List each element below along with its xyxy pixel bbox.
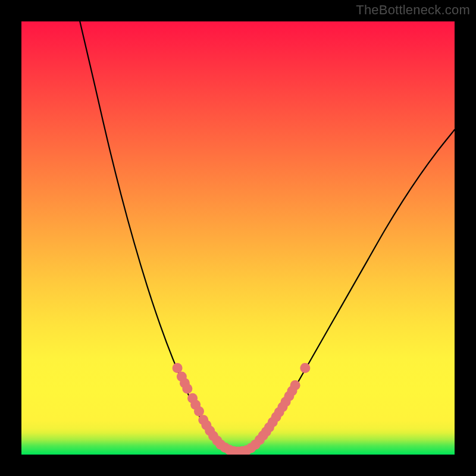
highlight-dot	[290, 380, 300, 390]
plot-area	[21, 21, 455, 455]
highlight-dot	[300, 363, 310, 373]
chart-frame: TheBottleneck.com	[0, 0, 476, 476]
watermark-text: TheBottleneck.com	[356, 2, 470, 18]
highlight-dot	[173, 363, 183, 373]
highlight-dot	[194, 406, 204, 416]
highlight-dot	[182, 384, 192, 394]
highlight-dots	[173, 363, 311, 455]
bottleneck-curve	[80, 21, 455, 452]
chart-svg	[21, 21, 455, 455]
